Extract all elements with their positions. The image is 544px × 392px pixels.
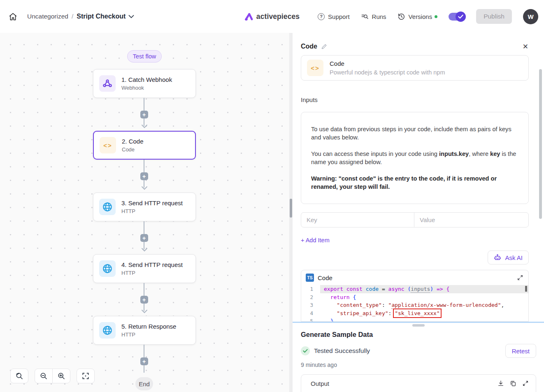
node-title: 5. Return Response [121, 323, 176, 330]
test-flow-button[interactable]: Test flow [127, 50, 162, 63]
input-pair-row [301, 212, 529, 227]
panel-scrollbar[interactable] [539, 69, 542, 219]
node-title: 3. Send HTTP request [121, 199, 183, 206]
avatar[interactable]: W [523, 9, 538, 24]
add-step-button[interactable]: + [140, 172, 148, 180]
ask-ai-button[interactable]: Ask AI [488, 251, 529, 264]
add-step-button[interactable]: + [140, 357, 148, 365]
draft-indicator-dot [435, 15, 437, 18]
webhook-icon [99, 75, 116, 92]
flow-name: Stript Checkout [77, 13, 126, 20]
ask-ai-label: Ask AI [505, 254, 523, 261]
home-icon [9, 12, 17, 21]
reset-zoom-icon [15, 372, 23, 380]
globe-icon [99, 322, 116, 339]
panel-resize-handle[interactable] [290, 199, 292, 218]
editor-scrollbar[interactable] [525, 286, 527, 292]
copy-icon[interactable] [510, 380, 516, 387]
info-paragraph-1: To use data from previous steps in your … [311, 125, 518, 141]
zoom-in-button[interactable] [53, 369, 70, 383]
expand-code-icon[interactable] [517, 274, 523, 281]
connector: + [138, 283, 151, 316]
versions-button[interactable]: Versions [398, 13, 438, 21]
code-icon: <> [100, 137, 116, 153]
code-block: TS Code 1export const code = async (inpu… [301, 270, 529, 322]
publish-button[interactable]: Publish [476, 9, 512, 24]
flow-name-menu[interactable]: Stript Checkout [77, 13, 134, 20]
flow-canvas[interactable]: Test flow 1. Catch Webhook Webhook + <> … [0, 33, 289, 392]
home-button[interactable] [6, 9, 20, 23]
arrow-down-icon [141, 124, 148, 128]
node-subtitle: HTTP [121, 332, 176, 338]
retest-button[interactable]: Retest [505, 344, 536, 358]
info-warning: Warning: "const code" is the entry to th… [311, 174, 518, 191]
fit-view-button[interactable] [77, 369, 94, 383]
flow-node-code[interactable]: <> 2. Code Code [93, 131, 196, 160]
breadcrumb-separator: / [72, 13, 73, 20]
connector: + [138, 221, 151, 254]
node-title: 4. Send HTTP request [121, 261, 183, 268]
flow-end-marker: End [135, 377, 153, 390]
node-subtitle: HTTP [121, 208, 183, 214]
step-settings-panel: Code ✕ <> Code Powerful nodejs & typescr… [293, 33, 544, 392]
expand-output-icon[interactable] [522, 380, 529, 387]
node-subtitle: Code [122, 146, 144, 153]
flow-node-return-response[interactable]: 5. Return Response HTTP [93, 316, 196, 345]
runs-button[interactable]: Runs [361, 13, 386, 21]
step-info-card: <> Code Powerful nodejs & typescript cod… [301, 55, 529, 81]
edit-name-icon[interactable] [321, 44, 327, 50]
section-resize-divider[interactable] [293, 322, 544, 323]
connector: + [138, 98, 151, 131]
output-label: Output [311, 380, 329, 387]
runs-icon [361, 13, 369, 21]
code-editor-lines: 1export const code = async (inputs) => {… [301, 285, 528, 321]
arrow-down-icon [141, 248, 148, 252]
node-subtitle: Webhook [121, 85, 172, 91]
breadcrumb-category[interactable]: Uncategorized [27, 13, 68, 20]
support-button[interactable]: ? Support [318, 13, 350, 20]
test-time-ago: 9 minutes ago [301, 362, 536, 368]
chevron-down-icon [128, 15, 134, 19]
inputs-info-box: To use data from previous steps in your … [301, 112, 529, 204]
success-check-icon [301, 346, 310, 355]
flow-node-http-2[interactable]: 4. Send HTTP request HTTP [93, 254, 196, 283]
add-step-button[interactable]: + [140, 234, 148, 242]
globe-icon [99, 260, 116, 277]
generate-sample-data-heading: Generate Sample Data [301, 331, 536, 339]
globe-icon [99, 199, 116, 215]
add-step-button[interactable]: + [140, 111, 148, 118]
code-icon: <> [307, 60, 323, 76]
key-input[interactable] [301, 212, 414, 227]
node-title: 2. Code [122, 138, 144, 145]
activepieces-logo-icon [244, 12, 253, 21]
fit-view-icon [81, 372, 90, 380]
reset-zoom-button[interactable] [11, 369, 28, 383]
node-title: 1. Catch Webhook [121, 76, 172, 83]
close-icon[interactable]: ✕ [523, 43, 528, 50]
add-item-link[interactable]: + Add Item [301, 237, 330, 244]
flow-node-catch-webhook[interactable]: 1. Catch Webhook Webhook [93, 69, 196, 98]
zoom-in-icon [57, 372, 65, 380]
flow-enabled-toggle[interactable] [449, 13, 465, 21]
panel-title: Code [301, 43, 317, 50]
code-editor[interactable]: 1export const code = async (inputs) => {… [301, 285, 528, 321]
add-step-button[interactable]: + [140, 296, 148, 304]
runs-label: Runs [372, 13, 386, 20]
robot-icon [494, 254, 501, 261]
zoom-out-icon [40, 372, 48, 380]
value-input[interactable] [414, 212, 529, 227]
step-description: Powerful nodejs & typescript code with n… [330, 69, 445, 76]
panel-resize-divider[interactable] [289, 33, 293, 392]
code-editor-label: Code [318, 274, 332, 281]
help-icon: ? [318, 13, 325, 20]
inputs-heading: Inputs [301, 96, 529, 103]
output-box: Output [301, 374, 536, 392]
zoom-out-button[interactable] [35, 369, 52, 383]
breadcrumb: Uncategorized / Stript Checkout [27, 13, 134, 20]
flow-node-http-1[interactable]: 3. Send HTTP request HTTP [93, 193, 196, 221]
versions-label: Versions [409, 13, 432, 20]
connector: + [138, 160, 151, 193]
test-status-text: Tested Successfully [314, 347, 370, 355]
download-icon[interactable] [498, 380, 504, 387]
arrow-down-icon [141, 309, 148, 313]
